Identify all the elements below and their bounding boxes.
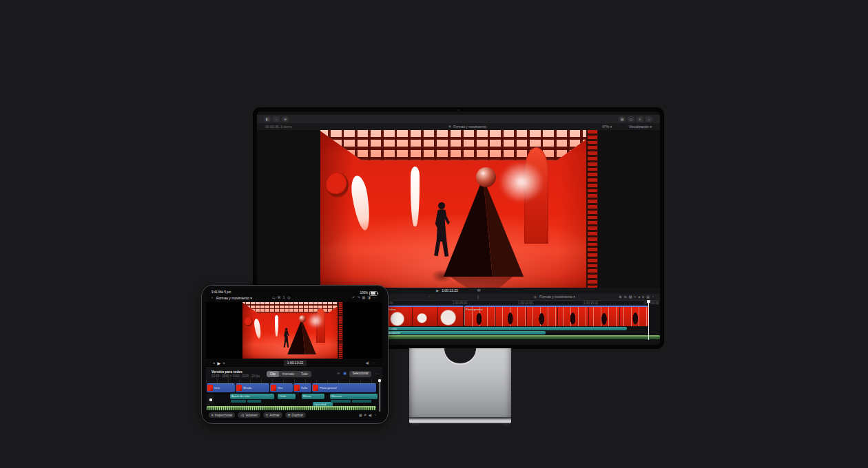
- back-chevron-icon[interactable]: ‹: [211, 295, 213, 299]
- panel-details: 00:15 · 3840 × 2160 · SDR · 24 fps: [211, 375, 260, 379]
- skip-back-icon[interactable]: ◂: [213, 361, 215, 365]
- timeline-clip[interactable]: Salto: [293, 383, 311, 392]
- timeline-tool-icon[interactable]: ≡: [642, 295, 644, 299]
- timeline-tool-icon[interactable]: ⊕: [619, 295, 621, 299]
- nav-action-icon[interactable]: ↷: [357, 296, 360, 299]
- viewer-title-icon: ◉: [448, 125, 451, 129]
- connected-clip[interactable]: Máscara: [330, 394, 378, 399]
- timeline-clip[interactable]: Intro: [207, 383, 235, 392]
- preview-icon[interactable]: ∞: [337, 372, 340, 375]
- animate-button[interactable]: ↻Animar: [263, 412, 282, 418]
- share-icon[interactable]: ⌂: [645, 116, 652, 122]
- timeline-clip-b[interactable]: Plano general: [464, 306, 648, 326]
- ipad-transport: ◂ ▶ ▸ 1:00:13:22 ◀)⋯: [206, 359, 382, 368]
- connected-subclip[interactable]: [352, 400, 371, 403]
- project-dot-icon: ◉: [534, 296, 537, 299]
- segment-range[interactable]: Intervalo: [279, 371, 298, 377]
- timeline-tool-icon[interactable]: ◔: [652, 295, 654, 299]
- format-badge-icon[interactable]: ▣: [343, 372, 347, 375]
- timeline-tool-icon[interactable]: ▤: [646, 295, 650, 299]
- zoom-dropdown[interactable]: 47% ▾: [602, 125, 612, 129]
- timeline-tool-icon[interactable]: ▧: [629, 295, 632, 299]
- more-button[interactable]: ⋯: [375, 372, 378, 375]
- nav-action-icon[interactable]: ⋯: [373, 296, 376, 299]
- inspect-button[interactable]: ≡Inspeccionar: [209, 412, 235, 418]
- play-button[interactable]: ▶: [436, 289, 439, 292]
- display-stand: [409, 348, 511, 417]
- select-button[interactable]: Seleccionar: [349, 371, 371, 377]
- nav-action-icon[interactable]: ↶: [352, 296, 355, 299]
- audio-meters-icon[interactable]: ▮▮: [477, 289, 481, 292]
- titles-connected-clip[interactable]: Títulos: [386, 327, 627, 330]
- add-icon[interactable]: ⊕: [282, 116, 289, 122]
- arch-window-center: [411, 167, 420, 226]
- viewer-area: [257, 130, 660, 288]
- ambience-connected-clip[interactable]: Ambiente: [386, 331, 546, 334]
- timeline-clip[interactable]: Plano general: [312, 383, 376, 392]
- music-audio-clip[interactable]: [386, 335, 660, 339]
- toolbar-icon[interactable]: #: [364, 414, 366, 417]
- segment-clip[interactable]: Clip: [267, 371, 279, 377]
- timeline-tool-icon[interactable]: +: [634, 295, 636, 299]
- browser-view-icon[interactable]: ▦: [619, 116, 626, 122]
- timeline-project-dropdown[interactable]: Formas y movimiento ▾: [539, 295, 575, 299]
- sidebar-toggle-icon[interactable]: ◧: [264, 116, 271, 122]
- range-segmented-control: Clip Intervalo Todo: [267, 371, 311, 377]
- nav-tool-icon[interactable]: ▭: [272, 296, 276, 299]
- ceiling-light-grid: [242, 302, 343, 313]
- import-icon[interactable]: ↓: [273, 116, 280, 122]
- timecode-display[interactable]: 1:00:13:22: [442, 289, 458, 292]
- toolbar-icon[interactable]: ◔: [374, 414, 376, 417]
- transport-right-icons: ◀)⋯: [365, 361, 377, 365]
- camera-dot: [458, 109, 459, 111]
- index-view-icon[interactable]: ≡: [637, 116, 643, 122]
- duplicate-button[interactable]: ⊞Duplicar: [285, 412, 306, 418]
- play-button[interactable]: ▶: [218, 361, 221, 365]
- timeline-clip-a[interactable]: Esfera: [386, 306, 464, 326]
- toolbar-left-icons: ◧ ↓ ⊕: [264, 116, 291, 122]
- list-view-icon[interactable]: ▭: [628, 116, 634, 122]
- timeline-meter-icon[interactable]: ∥: [477, 295, 479, 299]
- timeline-clip[interactable]: Mirada: [236, 383, 269, 392]
- connected-clip[interactable]: Ajuste de color: [230, 394, 274, 399]
- toolbar-right-icons: ▦#◀)◔: [359, 414, 378, 417]
- gap-clip[interactable]: [207, 394, 214, 406]
- timeline-clip[interactable]: Giro: [270, 383, 293, 392]
- segment-all[interactable]: Todo: [298, 371, 311, 377]
- timecode-display[interactable]: 1:00:13:22: [284, 360, 307, 366]
- volume-button[interactable]: ◁)Volumen: [238, 412, 260, 418]
- nav-tool-icon[interactable]: ↥: [282, 296, 285, 299]
- transport-icon[interactable]: ⋯: [371, 361, 375, 365]
- playhead-line[interactable]: [648, 300, 649, 340]
- browser-info-label: 00:00:35, 3 ítems: [265, 125, 292, 129]
- nav-tool-icon[interactable]: ◎: [287, 296, 290, 299]
- ipad-timeline: Intro Mirada Giro Salto Plano general Aj…: [206, 383, 382, 412]
- transport-icon[interactable]: ◀): [365, 361, 369, 365]
- timeline-tool-icon[interactable]: ●: [638, 295, 640, 299]
- connected-subclip[interactable]: [247, 400, 261, 403]
- toolbar-icon[interactable]: ◀): [368, 414, 372, 417]
- connected-subclip[interactable]: [331, 400, 351, 403]
- connected-clip[interactable]: Efecto: [302, 394, 324, 399]
- nav-tool-icon[interactable]: ⊞: [278, 296, 280, 299]
- porthole-niche: [327, 173, 349, 198]
- project-title-dropdown[interactable]: Formas y movimiento ▾: [216, 297, 252, 300]
- nav-action-icon[interactable]: ▦: [362, 296, 366, 299]
- timeline-back-icon[interactable]: ‹: [429, 295, 431, 299]
- stand-foot-right: [503, 423, 510, 426]
- clip-thumbnail: [313, 385, 318, 391]
- clip-label: Esfera: [388, 308, 396, 311]
- skip-forward-icon[interactable]: ▸: [223, 361, 225, 365]
- music-audio-clip[interactable]: [207, 406, 376, 410]
- view-dropdown[interactable]: Visualización ▾: [629, 125, 652, 129]
- ipad-video-frame: [242, 302, 343, 359]
- ipad: 9:41 Mié 5 jun 100% ‹ Formas y movimient…: [201, 285, 389, 424]
- nav-action-icon[interactable]: ◨: [367, 296, 371, 299]
- toolbar-icon[interactable]: ▦: [359, 414, 362, 417]
- connected-subclip[interactable]: [231, 400, 246, 403]
- ipad-playhead-line[interactable]: [380, 381, 380, 412]
- stand-base: [409, 418, 511, 423]
- timeline-tool-icon[interactable]: ⊖: [623, 295, 626, 299]
- connected-clip[interactable]: Título: [278, 394, 296, 399]
- clip-label: Mirada: [243, 386, 251, 390]
